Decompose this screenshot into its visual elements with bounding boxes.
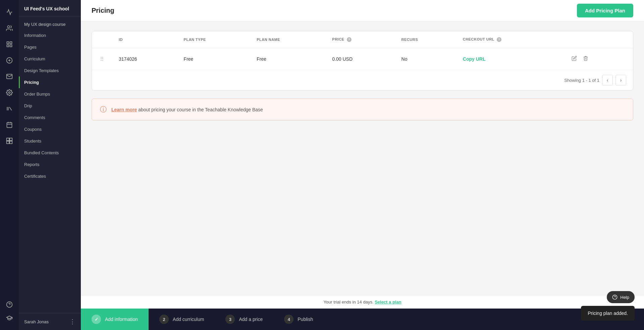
col-id: ID (112, 31, 177, 48)
add-pricing-plan-button[interactable]: Add Pricing Plan (577, 4, 633, 17)
col-recurs: RECURS (395, 31, 456, 48)
sidebar-item-curriculum[interactable]: Curriculum (19, 53, 81, 65)
integrations-icon[interactable] (3, 134, 16, 148)
edit-icon[interactable] (570, 54, 579, 64)
library-icon[interactable] (3, 102, 16, 115)
school-name[interactable]: UI Feed's UX school (19, 0, 81, 16)
wizard-step-4[interactable]: 4 Publish (273, 309, 324, 330)
help-icon[interactable] (3, 298, 16, 311)
sidebar-item-order-bumps[interactable]: Order Bumps (19, 88, 81, 100)
svg-rect-2 (10, 42, 12, 44)
sidebar-item-reports[interactable]: Reports (19, 159, 81, 170)
toast-text: Pricing plan added. (588, 311, 628, 316)
checkout-url-info-icon[interactable]: ? (497, 37, 501, 42)
cell-recurs: No (395, 48, 456, 70)
step-number-4: 4 (284, 315, 293, 324)
help-button[interactable]: Help (607, 291, 635, 303)
delete-icon[interactable] (581, 54, 590, 64)
col-plan-type: PLAN TYPE (177, 31, 250, 48)
col-price: PRICE ? (325, 31, 394, 48)
price-info-icon[interactable]: ? (347, 37, 352, 42)
col-actions (563, 31, 633, 48)
sidebar-item-information[interactable]: Information (19, 30, 81, 41)
pagination-text: Showing 1 - 1 of 1 (564, 78, 599, 83)
sidebar-item-design-templates[interactable]: Design Templates (19, 65, 81, 76)
step-label-3: Add a price (239, 317, 263, 322)
sidebar-item-pricing[interactable]: Pricing (19, 76, 81, 88)
analytics-icon[interactable] (3, 5, 16, 19)
help-label: Help (620, 295, 629, 300)
wizard-step-2[interactable]: 2 Add curriculum (149, 309, 215, 330)
cell-price: 0.00 USD (325, 48, 394, 70)
step-label-4: Publish (298, 317, 313, 322)
graduation-icon[interactable] (3, 311, 16, 325)
pricing-table: ID PLAN TYPE PLAN NAME PRICE ? RECURS CH… (92, 31, 633, 70)
step-number-2: 2 (159, 315, 169, 324)
revenue-icon[interactable] (3, 54, 16, 67)
step-number-3: 3 (225, 315, 235, 324)
users-icon[interactable] (3, 21, 16, 35)
svg-point-8 (9, 92, 10, 94)
sidebar-nav: UI Feed's UX school My UX design course … (19, 0, 81, 330)
info-banner-text: Learn more about pricing your course in … (111, 107, 263, 112)
user-menu-button[interactable]: ⋮ (69, 318, 75, 325)
info-banner-icon: ⓘ (100, 105, 107, 114)
wizard-steps: ✓ Add information 2 Add curriculum 3 Add… (81, 309, 324, 330)
select-plan-link[interactable]: Select a plan (375, 299, 401, 305)
user-name: Sarah Jonas (24, 319, 49, 324)
pagination-next-button[interactable]: › (615, 75, 626, 86)
top-bar: Pricing Add Pricing Plan (81, 0, 644, 21)
step-label-1: Add information (105, 317, 138, 322)
table-row: ⠿ 3174026 Free Free 0.00 USD No Copy URL (92, 48, 633, 70)
main-content: Pricing Add Pricing Plan ID PLAN TYPE PL… (81, 0, 644, 330)
wizard-step-3[interactable]: 3 Add a price (215, 309, 273, 330)
sidebar-item-comments[interactable]: Comments (19, 112, 81, 123)
cell-checkout-url: Copy URL (456, 48, 563, 70)
svg-rect-18 (7, 141, 9, 144)
step-number-1: ✓ (92, 315, 101, 324)
svg-line-11 (9, 107, 12, 110)
wizard-bar: ✓ Add information 2 Add curriculum 3 Add… (81, 309, 644, 330)
sidebar-item-students[interactable]: Students (19, 135, 81, 147)
trial-text: Your trial ends in 14 days. (323, 299, 373, 305)
svg-point-0 (7, 26, 10, 28)
calendar-icon[interactable] (3, 118, 16, 131)
cell-actions (563, 48, 633, 70)
svg-rect-3 (10, 45, 12, 47)
info-banner: ⓘ Learn more about pricing your course i… (92, 99, 633, 120)
toast-notification: Pricing plan added. (581, 306, 635, 321)
pagination-prev-button[interactable]: ‹ (602, 75, 613, 86)
pricing-table-container: ID PLAN TYPE PLAN NAME PRICE ? RECURS CH… (92, 31, 633, 91)
page-title: Pricing (92, 7, 114, 14)
trial-bar: Your trial ends in 14 days. Select a pla… (81, 295, 644, 309)
pagination-row: Showing 1 - 1 of 1 ‹ › (92, 70, 633, 90)
sidebar-item-drip[interactable]: Drip (19, 100, 81, 112)
sidebar-item-bundled-contents[interactable]: Bundled Contents (19, 147, 81, 159)
svg-rect-16 (7, 138, 9, 141)
dashboard-icon[interactable] (3, 38, 16, 51)
learn-more-link[interactable]: Learn more (111, 107, 137, 112)
cell-plan-name: Free (250, 48, 325, 70)
drag-handle-cell: ⠿ (92, 48, 112, 70)
col-plan-name: PLAN NAME (250, 31, 325, 48)
sidebar-icons-panel (0, 0, 19, 330)
svg-rect-12 (7, 122, 12, 127)
sidebar-item-certificates[interactable]: Certificates (19, 170, 81, 182)
svg-rect-19 (10, 141, 12, 144)
table-header-row: ID PLAN TYPE PLAN NAME PRICE ? RECURS CH… (92, 31, 633, 48)
settings-icon[interactable] (3, 86, 16, 99)
copy-url-link[interactable]: Copy URL (463, 56, 486, 62)
sidebar-item-coupons[interactable]: Coupons (19, 123, 81, 135)
user-panel: Sarah Jonas ⋮ (19, 313, 81, 330)
svg-rect-17 (10, 138, 12, 141)
wizard-step-1[interactable]: ✓ Add information (81, 309, 149, 330)
content-area: ID PLAN TYPE PLAN NAME PRICE ? RECURS CH… (81, 21, 644, 330)
svg-rect-1 (7, 42, 9, 44)
course-name[interactable]: My UX design course (19, 16, 81, 30)
mail-icon[interactable] (3, 70, 16, 83)
drag-handle-icon[interactable]: ⠿ (100, 56, 104, 62)
col-checkout-url: CHECKOUT URL ? (456, 31, 563, 48)
sidebar-item-pages[interactable]: Pages (19, 41, 81, 53)
col-drag (92, 31, 112, 48)
svg-rect-4 (7, 45, 9, 47)
